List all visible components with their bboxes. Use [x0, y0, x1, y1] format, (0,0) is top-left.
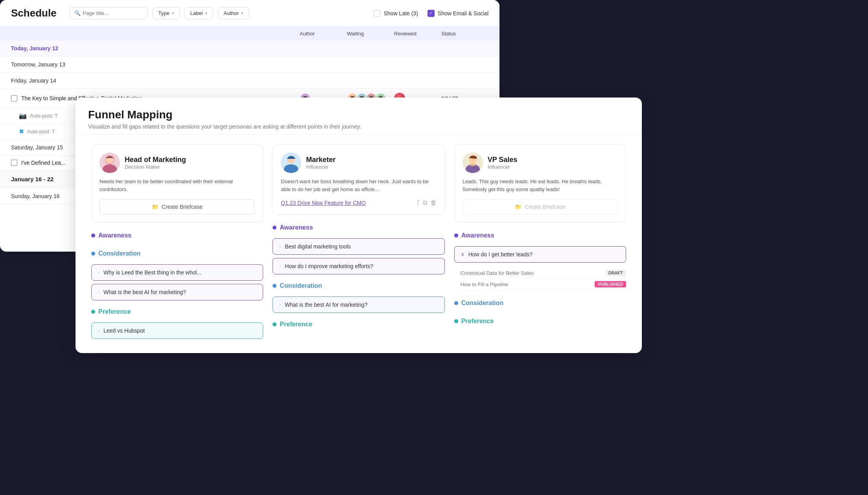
label-filter[interactable]: Label ▾	[184, 7, 213, 19]
row-checkbox[interactable]	[11, 95, 17, 101]
chevron-down-icon: ▾	[241, 11, 243, 15]
chevron-right-icon: ›	[98, 270, 100, 275]
chevron-right-icon: ›	[279, 263, 281, 269]
show-email-social-checkbox[interactable]: ✓ Show Email & Social	[428, 10, 488, 17]
row-checkbox[interactable]	[11, 160, 17, 166]
persona-info-2: Marketer Influencer	[306, 156, 335, 170]
today-row: Today, January 12	[0, 40, 499, 57]
twitter-icon: ✖	[19, 128, 24, 135]
create-briefcase-btn-3[interactable]: 📁 Create Briefcase	[463, 199, 618, 214]
awareness-dot	[91, 234, 95, 237]
tomorrow-row: Tomorrow, January 13	[0, 57, 499, 73]
persona-card-3: VP Sales Influencer Leads. This guy need…	[454, 144, 626, 223]
copy-button[interactable]: ⧉	[423, 199, 427, 206]
consideration-label-1: Consideration	[91, 247, 263, 260]
preference-dot	[454, 319, 458, 323]
persona-card-2: Marketer Influencer Doesn't want her bos…	[273, 144, 444, 215]
checkbox-checked[interactable]: ✓	[428, 10, 435, 17]
svg-rect-9	[470, 164, 475, 166]
persona-info-1: Head of Marketing Decision Maker	[125, 156, 186, 170]
persona-info-3: VP Sales Influencer	[488, 156, 518, 170]
funnel-subtitle: Visualize and fill gaps related to the q…	[88, 123, 629, 130]
question-card[interactable]: › How do I improve marketing efforts?	[273, 258, 444, 274]
preference-label-1: Preference	[91, 305, 263, 318]
delete-button[interactable]: 🗑	[430, 199, 437, 206]
awareness-section-2: Awareness › Best digital marketing tools…	[273, 221, 444, 274]
awareness-section-3: Awareness ∨ How do I get better leads? C…	[454, 229, 626, 292]
briefcase-icon: 📁	[152, 204, 158, 210]
chevron-right-icon: ›	[279, 244, 281, 249]
persona-card-1: Head of Marketing Decision Maker Needs h…	[91, 144, 263, 223]
schedule-title: Schedule	[11, 7, 57, 19]
question-card[interactable]: › Why is Leed the Best thing in the whol…	[91, 264, 263, 281]
question-card[interactable]: › What is the best AI for marketing?	[273, 296, 444, 313]
briefcase-link[interactable]: Q1.23 Drive New Feature for CMO	[281, 200, 413, 206]
consideration-dot	[273, 284, 276, 288]
schedule-header: Schedule 🔍 Type ▾ Label ▾ Author ▾ Show …	[0, 0, 499, 27]
consideration-section-2: Consideration › What is the best AI for …	[273, 279, 444, 313]
persona-avatar-2	[281, 153, 301, 173]
consideration-section-1: Consideration › Why is Leed the Best thi…	[91, 247, 263, 300]
persona-avatar-3	[463, 153, 483, 173]
persona-col-3: VP Sales Influencer Leads. This guy need…	[450, 144, 631, 344]
chevron-down-icon: ∨	[461, 252, 464, 257]
persona-header-2: Marketer Influencer	[281, 153, 436, 173]
preference-dot	[273, 322, 276, 326]
chevron-down-icon: ▾	[172, 11, 174, 15]
content-item-row: Contextual Data for Better Sales DRAFT	[461, 267, 626, 279]
search-input[interactable]	[83, 10, 138, 16]
preference-dot	[91, 310, 95, 314]
checkbox-unchecked[interactable]	[374, 10, 381, 17]
funnel-header: Funnel Mapping Visualize and fill gaps r…	[76, 98, 642, 135]
friday-row: Friday, January 14	[0, 73, 499, 89]
awareness-label-2: Awareness	[273, 221, 444, 234]
question-card-expanded[interactable]: ∨ How do I get better leads?	[454, 246, 626, 263]
persona-col-1: Head of Marketing Decision Maker Needs h…	[87, 144, 268, 344]
funnel-content: Head of Marketing Decision Maker Needs h…	[76, 135, 642, 353]
checkbox-group: Show Late (3) ✓ Show Email & Social	[374, 10, 488, 17]
question-card[interactable]: › What is the best AI for marketing?	[91, 284, 263, 300]
consideration-section-3: Consideration	[454, 296, 626, 310]
content-item-row: How to Fill a Pipeline PUBLISHED	[461, 279, 626, 290]
instagram-icon: 📷	[19, 112, 27, 120]
awareness-dot	[454, 234, 458, 237]
share-button[interactable]: ⤴	[416, 199, 420, 206]
preference-label-2: Preference	[273, 318, 444, 331]
awareness-label-1: Awareness	[91, 229, 263, 242]
briefcase-actions: ⤴ ⧉ 🗑	[416, 199, 437, 206]
funnel-title: Funnel Mapping	[88, 109, 629, 121]
preference-section-2: Preference	[273, 318, 444, 331]
svg-point-1	[103, 164, 117, 173]
show-late-checkbox[interactable]: Show Late (3)	[374, 10, 418, 17]
persona-header-3: VP Sales Influencer	[463, 153, 618, 173]
briefcase-link-row: Q1.23 Drive New Feature for CMO ⤴ ⧉ 🗑	[281, 199, 436, 206]
preference-section-1: Preference › Leed vs Hubspot	[91, 305, 263, 339]
briefcase-icon: 📁	[515, 204, 522, 210]
funnel-modal: Funnel Mapping Visualize and fill gaps r…	[76, 98, 642, 353]
consideration-label-2: Consideration	[273, 279, 444, 293]
chevron-right-icon: ›	[279, 302, 281, 307]
consideration-dot	[91, 252, 95, 256]
awareness-dot	[273, 226, 276, 230]
question-card[interactable]: › Best digital marketing tools	[273, 238, 444, 255]
consideration-dot	[454, 301, 458, 305]
consideration-label-3: Consideration	[454, 296, 626, 310]
persona-header-1: Head of Marketing Decision Maker	[100, 153, 255, 173]
persona-avatar-1	[100, 153, 120, 173]
preference-section-3: Preference	[454, 315, 626, 328]
create-briefcase-btn-1[interactable]: 📁 Create Briefcase	[100, 199, 255, 214]
chevron-right-icon: ›	[98, 328, 100, 333]
author-filter[interactable]: Author ▾	[218, 7, 249, 19]
chevron-right-icon: ›	[98, 289, 100, 295]
search-box[interactable]: 🔍	[69, 7, 148, 19]
awareness-section-1: Awareness	[91, 229, 263, 242]
persona-col-2: Marketer Influencer Doesn't want her bos…	[268, 144, 449, 344]
awareness-label-3: Awareness	[454, 229, 626, 242]
chevron-down-icon: ▾	[205, 11, 207, 15]
preference-label-3: Preference	[454, 315, 626, 328]
type-filter[interactable]: Type ▾	[153, 7, 180, 19]
content-items: Contextual Data for Better Sales DRAFT H…	[454, 266, 626, 292]
schedule-columns: Author Waiting Reviewed Status	[0, 27, 499, 40]
search-icon: 🔍	[74, 10, 81, 16]
question-card[interactable]: › Leed vs Hubspot	[91, 322, 263, 339]
